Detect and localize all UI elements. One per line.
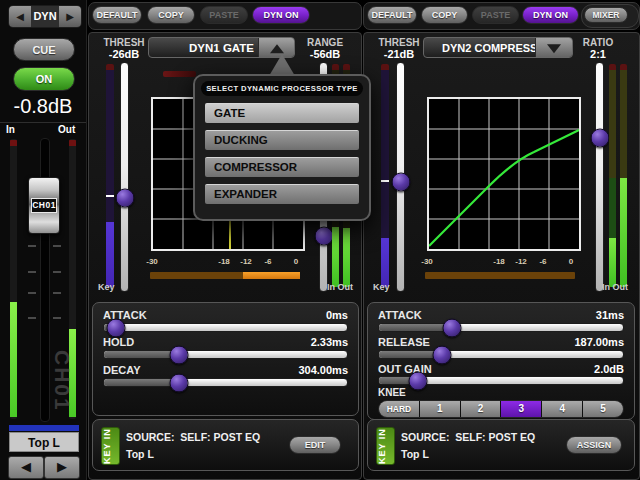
dyn1-decay-label: DECAY <box>103 364 141 376</box>
sidebar-divider <box>0 122 86 123</box>
dyn2-type-dropdown-button[interactable] <box>535 38 572 57</box>
dyn1-inout-label: In Out <box>327 282 353 292</box>
fader-level-value: -0.8dB <box>0 95 86 118</box>
popup-option-expander[interactable]: EXPANDER <box>205 184 359 204</box>
nav-screen-label: DYN <box>31 6 59 27</box>
dyn2-knee-selector: HARD 1 2 3 4 5 <box>378 400 624 418</box>
dyn1-gain-reduction-meter <box>163 71 196 77</box>
fader-handle[interactable]: CH01 <box>28 177 60 234</box>
dyn1-keyin-box: KEY IN SOURCE: SELF: POST EQ Top L EDIT <box>92 419 359 471</box>
dyn1-hold-knob[interactable] <box>170 345 189 364</box>
popup-option-ducking[interactable]: DUCKING <box>205 130 359 150</box>
dyn2-ratio-label: RATIO <box>574 37 622 48</box>
channel-prev-button[interactable]: ◀ <box>8 456 44 479</box>
dyn2-attack-value: 31ms <box>596 309 624 321</box>
processor-type-popup: SELECT DYNAMIC PROCESSOR TYPE GATE DUCKI… <box>193 74 371 221</box>
dyn2-key-meter <box>381 64 389 287</box>
dyn2-default-button[interactable]: DEFAULT <box>367 6 417 24</box>
knee-option-2[interactable]: 2 <box>461 401 501 417</box>
dyn2-ratio-knob[interactable] <box>590 129 609 148</box>
knee-option-hard[interactable]: HARD <box>379 401 419 417</box>
dyn2-attack-label: ATTACK <box>378 309 422 321</box>
popup-option-gate[interactable]: GATE <box>205 103 359 123</box>
channel-name-label[interactable]: Top L <box>9 432 79 452</box>
nav-prev-button[interactable]: ◀ <box>9 6 31 27</box>
dyn1-paste-button[interactable]: PASTE <box>200 6 248 24</box>
cue-button[interactable]: CUE <box>13 38 75 61</box>
dyn1-params-box: ATTACK 0ms HOLD 2.33ms DECAY 304.00ms <box>92 302 359 416</box>
dyn2-thresh-knob[interactable] <box>391 172 410 191</box>
dyn2-paste-button[interactable]: PASTE <box>472 6 519 24</box>
chevron-down-icon <box>547 44 561 53</box>
dyn2-copy-button[interactable]: COPY <box>421 6 468 24</box>
dyn1-hold-slider[interactable] <box>103 350 348 359</box>
channel-next-button[interactable]: ▶ <box>44 456 80 479</box>
dyn1-decay-slider[interactable] <box>103 378 348 387</box>
dyn2-release-knob[interactable] <box>433 345 452 364</box>
knee-option-4[interactable]: 4 <box>542 401 582 417</box>
dyn2-keyin-box: KEY IN SOURCE: SELF: POST EQ Top L ASSIG… <box>367 419 635 471</box>
dyn2-keyin-badge: KEY IN <box>376 427 395 465</box>
popup-caret <box>269 54 295 76</box>
popup-title: SELECT DYNAMIC PROCESSOR TYPE <box>201 81 363 96</box>
dyn2-knee-label: KNEE <box>378 387 406 398</box>
dyn2-outgain-value: 2.0dB <box>594 363 624 375</box>
meter-in-label: In <box>6 124 15 135</box>
knee-option-5[interactable]: 5 <box>583 401 623 417</box>
dyn1-attack-knob[interactable] <box>107 318 126 337</box>
dyn1-decay-knob[interactable] <box>170 373 189 392</box>
dyn2-release-slider[interactable] <box>378 350 624 359</box>
dyn2-outgain-slider[interactable] <box>378 376 624 385</box>
dyn2-inout-label: In Out <box>602 282 628 292</box>
dyn2-outgain-knob[interactable] <box>409 371 428 390</box>
dyn2-release-label: RELEASE <box>378 336 430 348</box>
channel-sidebar: ◀ DYN ▶ CUE ON -0.8dB In Out CH01 CH01 <box>0 0 87 480</box>
dyn2-attack-slider[interactable] <box>378 323 624 332</box>
dyn1-range-label: RANGE <box>301 37 349 48</box>
fader-cap-label: CH01 <box>31 198 57 213</box>
meter-out-label: Out <box>58 124 75 135</box>
dyn2-type-selector[interactable]: DYN2 COMPRESSOR <box>423 37 573 58</box>
dyn1-keyin-source: SOURCE: SELF: POST EQ <box>126 431 260 443</box>
channel-on-button[interactable]: ON <box>13 67 75 91</box>
dyn1-on-button[interactable]: DYN ON <box>252 6 310 24</box>
input-level-meter <box>10 139 17 419</box>
dyn2-on-button[interactable]: DYN ON <box>522 6 579 24</box>
nav-next-button[interactable]: ▶ <box>59 6 81 27</box>
dyn1-hold-label: HOLD <box>103 336 134 348</box>
dyn1-keyin-edit-button[interactable]: EDIT <box>289 436 341 454</box>
dyn2-release-value: 187.00ms <box>574 336 624 348</box>
channel-watermark: CH01 <box>50 350 74 426</box>
dyn1-thresh-knob[interactable] <box>115 188 134 207</box>
dyn1-copy-button[interactable]: COPY <box>147 6 195 24</box>
dyn2-thresh-marker <box>381 180 389 182</box>
dyn1-attack-value: 0ms <box>326 309 348 321</box>
dyn2-keyin-source: SOURCE: SELF: POST EQ <box>401 431 535 443</box>
dyn1-keyin-channel: Top L <box>126 448 154 460</box>
popup-option-compressor[interactable]: COMPRESSOR <box>205 157 359 177</box>
dyn1-default-button[interactable]: DEFAULT <box>92 6 142 24</box>
dyn2-thresh-value: -21dB <box>373 48 425 60</box>
knee-option-3[interactable]: 3 <box>501 401 541 417</box>
dyn2-attack-knob[interactable] <box>443 318 462 337</box>
dyn2-keyin-assign-button[interactable]: ASSIGN <box>566 436 622 454</box>
dyn2-level-bar <box>425 272 575 279</box>
dyn2-key-label: Key <box>373 282 390 292</box>
dyn2-out-meter <box>620 64 627 287</box>
dyn1-thresh-marker <box>106 195 114 197</box>
dyn1-range-value: -56dB <box>301 48 349 60</box>
screen-nav: ◀ DYN ▶ <box>8 5 82 28</box>
dyn2-ratio-value: 2:1 <box>574 48 622 60</box>
dyn1-keyin-badge: KEY IN <box>101 427 120 465</box>
knee-option-1[interactable]: 1 <box>420 401 460 417</box>
dynamics-screen: ◀ DYN ▶ CUE ON -0.8dB In Out CH01 CH01 <box>0 0 640 480</box>
dyn2-thresh-label: THRESH <box>373 37 425 48</box>
dyn1-range-knob[interactable] <box>314 227 333 246</box>
dyn2-keyin-channel: Top L <box>401 448 429 460</box>
chevron-up-icon <box>270 44 284 53</box>
mixer-button[interactable]: MIXER <box>584 7 628 23</box>
dyn2-in-meter <box>609 64 616 287</box>
dyn1-attack-slider[interactable] <box>103 323 348 332</box>
dyn1-key-label: Key <box>98 282 115 292</box>
compressor-curve <box>429 130 579 246</box>
